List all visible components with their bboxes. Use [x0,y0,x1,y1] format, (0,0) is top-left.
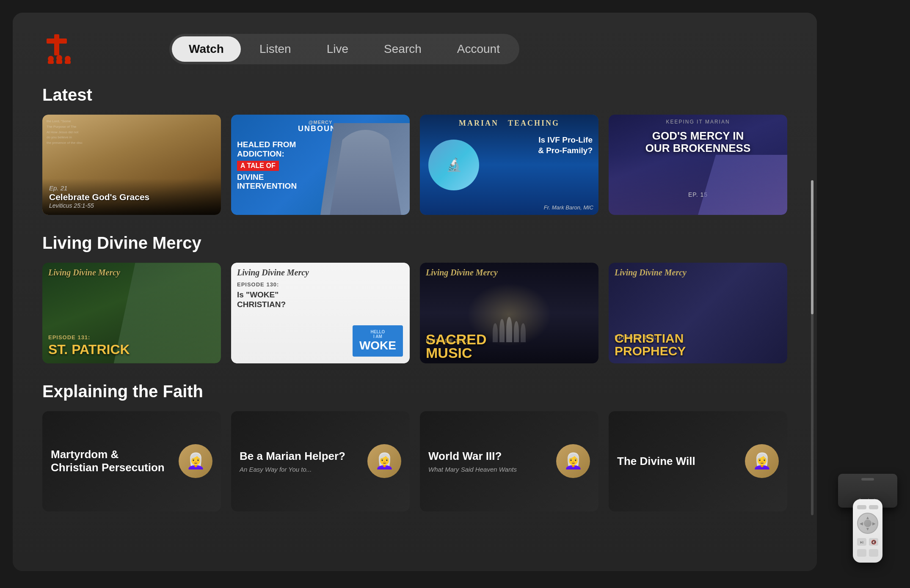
faith-card-1[interactable]: Martyrdom &Christian Persecution 👩‍🦳 [42,411,221,511]
latest-section: Latest the Lord, "Some The Purpose of Th… [42,85,787,215]
remote-volume-up-button[interactable] [857,549,866,557]
faith-card-3[interactable]: World War III? What Mary Said Heaven Wan… [420,411,598,511]
remote-home-button[interactable] [869,505,878,509]
ldm-section-title: Living Divine Mercy [42,234,787,253]
tv-box-indicator-light [861,478,874,481]
remote-select-button[interactable] [864,519,871,527]
nav-watch-label: Watch [189,42,224,55]
card-ep-label: Ep. 21 [49,184,214,192]
header: Watch Listen Live Search Account [42,34,787,64]
svg-rect-7 [65,60,71,64]
card-ref: Leviticus 25:1-55 [49,202,214,209]
latest-card-1[interactable]: the Lord, "Some The Purpose of The At Ho… [42,115,221,215]
ldm-card-1[interactable]: Living Divine Mercy EPISODE 131: ST. PAT… [42,263,221,363]
remote-mute-button[interactable]: 🔇 [869,538,878,546]
latest-section-title: Latest [42,85,787,104]
svg-rect-5 [56,60,62,64]
remote-volume-down-button[interactable] [869,549,878,557]
faith-cards-row: Martyrdom &Christian Persecution 👩‍🦳 [42,411,787,511]
app-content: Watch Listen Live Search Account Latest [13,13,817,571]
remote-play-pause-button[interactable]: ⏯ [857,538,866,546]
latest-cards-row: the Lord, "Some The Purpose of The At Ho… [42,115,787,215]
ldm-card-3[interactable]: Living Divine Mercy EPISODE 129: SACREDM… [420,263,598,363]
navigation-bar: Watch Listen Live Search Account [169,34,519,64]
latest-card-3[interactable]: 🔬 Marian Teaching Is IVF Pro-Life& Pro-F… [420,115,598,215]
nav-item-listen[interactable]: Listen [243,36,308,62]
app-logo [42,34,76,64]
nav-live-label: Live [327,42,348,55]
nav-listen-label: Listen [259,42,291,55]
remote-touchpad[interactable]: ▲ ▼ ◀ ▶ [857,513,878,534]
svg-rect-0 [54,34,59,55]
scroll-indicator [811,180,813,515]
svg-rect-3 [48,60,54,64]
card-main-title: Celebrate God's Graces [49,192,214,202]
latest-card-4[interactable]: KEEPING IT MARIAN GOD'S MERCY INOUR BROK… [609,115,787,215]
remote-back-button[interactable] [857,505,866,509]
nav-item-watch[interactable]: Watch [172,36,241,62]
nav-account-label: Account [457,42,500,55]
scroll-thumb [811,180,813,314]
ldm-card-2[interactable]: Living Divine Mercy EPISODE 130: Is "WOK… [231,263,410,363]
tv-screen: Watch Listen Live Search Account Latest [13,13,817,571]
nav-item-live[interactable]: Live [310,36,365,62]
nav-item-search[interactable]: Search [367,36,438,62]
explaining-faith-section: Explaining the Faith Martyrdom &Christia… [42,382,787,511]
apple-tv-remote-area: Apple tv ▲ ▼ ◀ ▶ ⏯ 🔇 [834,474,902,563]
faith-card-2[interactable]: Be a Marian Helper? An Easy Way for You … [231,411,410,511]
nav-search-label: Search [384,42,422,55]
svg-rect-1 [47,38,67,44]
faith-card-4[interactable]: The Divine Will 👩‍🦳 [609,411,787,511]
living-divine-mercy-section: Living Divine Mercy Living Divine Mercy … [42,234,787,363]
ldm-card-4[interactable]: Living Divine Mercy EPISODE 128: CHRISTI… [609,263,787,363]
nav-item-account[interactable]: Account [440,36,517,62]
faith-section-title: Explaining the Faith [42,382,787,401]
apple-tv-remote: ▲ ▼ ◀ ▶ ⏯ 🔇 [853,499,882,563]
latest-card-2[interactable]: @MERCY UNBOUND HEALED FROM ADDICTION: A … [231,115,410,215]
ldm-cards-row: Living Divine Mercy EPISODE 131: ST. PAT… [42,263,787,363]
